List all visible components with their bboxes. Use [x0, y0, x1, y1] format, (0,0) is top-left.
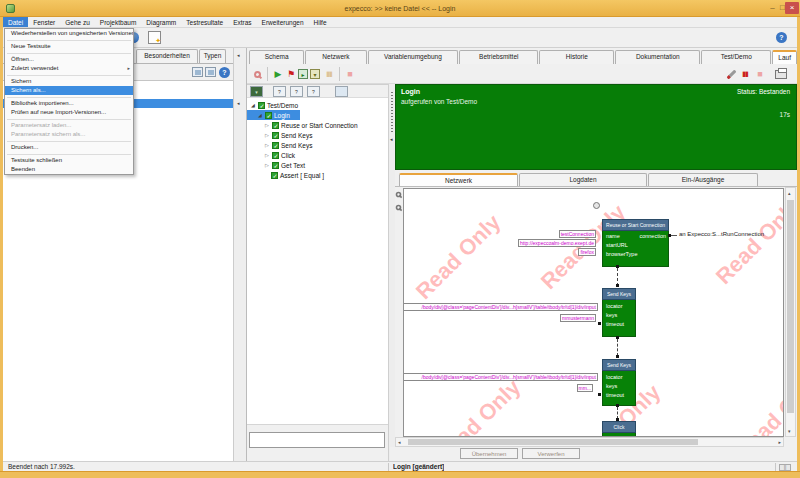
tab-betriebsmittel[interactable]: Betriebsmittel	[459, 50, 538, 64]
menu-diagramm[interactable]: Diagramm	[141, 17, 181, 27]
diagram-canvas[interactable]: Read Only Read Only Read Only Read Only …	[403, 188, 784, 437]
expander-icon[interactable]	[264, 132, 270, 138]
menu-extras[interactable]: Extras	[228, 17, 256, 27]
scroll-down-icon[interactable]: ▾	[788, 427, 791, 435]
vertical-scroll-thumb[interactable]	[787, 200, 794, 413]
help-icon[interactable]: ?	[776, 32, 787, 43]
tab-diagram-ein-ausgaenge[interactable]: Ein-/Ausgänge	[648, 173, 758, 186]
collapse-tree-icon[interactable]: ◂	[390, 136, 393, 142]
stop-run-icon[interactable]	[754, 68, 766, 80]
tab-test-demo[interactable]: Test/Demo	[701, 50, 771, 64]
menu-erweiterungen[interactable]: Erweiterungen	[257, 17, 309, 27]
checkbox-checked-icon[interactable]	[272, 122, 279, 129]
menu-item-sichern[interactable]: Sichern	[5, 77, 133, 86]
value-label-keys2[interactable]: mm...	[577, 384, 594, 392]
step-block-click[interactable]: Click	[602, 421, 636, 437]
checkbox-checked-icon[interactable]	[265, 112, 272, 119]
menu-datei[interactable]: Datei	[3, 17, 28, 27]
tab-typen[interactable]: Typen	[199, 49, 226, 63]
menu-gehe-zu[interactable]: Gehe zu	[60, 17, 95, 27]
collapse-left-icon2[interactable]: ◂	[237, 100, 240, 106]
pin-locator[interactable]: locator	[606, 303, 623, 310]
tree-row-step[interactable]: Click	[247, 150, 295, 160]
vertical-scrollbar[interactable]: ▴ ▾	[785, 187, 796, 437]
expander-icon[interactable]	[250, 102, 256, 108]
checkbox-checked-icon[interactable]	[272, 152, 279, 159]
pin-name[interactable]: name	[606, 233, 620, 240]
tree-row-step[interactable]: Send Keys	[247, 140, 312, 150]
collapse-left-icon[interactable]: ◂	[237, 52, 240, 58]
pause-run-icon[interactable]	[739, 68, 751, 80]
pin-starturl[interactable]: startURL	[606, 242, 628, 249]
zoom-in-icon[interactable]	[396, 192, 402, 198]
pin-browsertype[interactable]: browserType	[606, 251, 638, 258]
menu-item-testsuite-schliessen[interactable]: Testsuite schließen	[5, 156, 133, 165]
checkbox-checked-icon[interactable]	[271, 172, 278, 179]
menu-hilfe[interactable]: Hilfe	[309, 17, 332, 27]
checkbox-checked-icon[interactable]	[258, 102, 265, 109]
expand-level2-icon[interactable]: ?	[290, 86, 303, 97]
value-label-keys[interactable]: mmustermann	[560, 314, 596, 322]
expander-icon[interactable]	[264, 152, 270, 158]
panel-splitter[interactable]: ◂ ◂	[233, 48, 247, 461]
tab-variablenumgebung[interactable]: Variablenumgebung	[368, 50, 459, 64]
tree-filter-input[interactable]	[249, 432, 385, 448]
run-with-breakpoints-icon[interactable]	[285, 68, 297, 80]
step-into-icon[interactable]	[298, 69, 308, 79]
tab-lauf[interactable]: Lauf	[772, 50, 797, 64]
expand-level3-icon[interactable]: ?	[307, 86, 320, 97]
horizontal-scrollbar[interactable]: ◂ ▸	[395, 437, 784, 447]
menu-item-wiederherstellen[interactable]: Wiederherstellen von ungesicherten Versi…	[5, 29, 133, 38]
tab-schema[interactable]: Schema	[249, 50, 304, 64]
tab-netzwerk[interactable]: Netzwerk	[305, 50, 366, 64]
tab-besonderheiten[interactable]: Besonderheiten	[136, 49, 198, 63]
pause-icon-disabled[interactable]	[323, 68, 335, 80]
checkbox-checked-icon[interactable]	[272, 132, 279, 139]
pin-keys[interactable]: keys	[606, 312, 617, 319]
print-icon[interactable]	[775, 68, 787, 80]
titlebar[interactable]: expecco: >> keine Datei << -- Login – □ …	[0, 0, 800, 17]
step-over-icon[interactable]	[310, 69, 320, 79]
inspect-icon[interactable]	[251, 68, 263, 80]
discard-button[interactable]: Verwerfen	[522, 448, 580, 459]
checkbox-checked-icon[interactable]	[272, 142, 279, 149]
menu-item-zuletzt-verwendet[interactable]: Zuletzt verwendet ▸	[5, 64, 133, 73]
pin-timeout[interactable]: timeout	[606, 321, 624, 328]
menu-item-drucken[interactable]: Drucken...	[5, 143, 133, 152]
menu-item-sichern-als[interactable]: Sichern als...	[5, 86, 133, 95]
tab-dokumentation[interactable]: Dokumentation	[615, 50, 700, 64]
scroll-left-icon[interactable]: ◂	[398, 438, 401, 446]
apply-button[interactable]: Übernehmen	[460, 448, 518, 459]
menu-item-neue-testsuite[interactable]: Neue Testsuite	[5, 42, 133, 51]
scroll-right-icon[interactable]: ▸	[778, 438, 781, 446]
tree-row-step[interactable]: Send Keys	[247, 130, 312, 140]
menu-item-oeffnen[interactable]: Öffnen...	[5, 55, 133, 64]
value-label-locator-xpath2[interactable]: /body/div[@class='pageContentDiv']/div..…	[403, 373, 598, 381]
tree-row-step[interactable]: Assert [ Equal ]	[247, 170, 324, 180]
minimize-button[interactable]: –	[768, 2, 777, 14]
expand-level1-icon[interactable]: ?	[273, 86, 286, 97]
expander-icon[interactable]	[264, 142, 270, 148]
panel-help-icon[interactable]: ?	[219, 67, 230, 78]
tab-diagram-netzwerk[interactable]: Netzwerk	[399, 173, 518, 186]
expander-icon[interactable]	[257, 112, 263, 118]
run-icon[interactable]	[272, 68, 284, 80]
resize-grip-icon[interactable]: ||	[779, 464, 791, 471]
step-block-send-keys-1[interactable]: Send Keys locator keys timeout	[602, 288, 636, 337]
expander-icon[interactable]	[264, 122, 270, 128]
value-label-starturl[interactable]: http://expeccoalm-demo.exept.de	[518, 239, 596, 247]
pin-keys[interactable]: keys	[606, 383, 617, 390]
menu-projektbaum[interactable]: Projektbaum	[95, 17, 142, 27]
menu-item-beenden[interactable]: Beenden	[5, 165, 133, 174]
checkbox-checked-icon[interactable]	[272, 162, 279, 169]
pin-connection[interactable]: connection	[639, 233, 666, 240]
split-view-icon[interactable]	[205, 67, 216, 77]
pin-locator[interactable]: locator	[606, 374, 623, 381]
menu-item-bibliothek-importieren[interactable]: Bibliothek importieren...	[5, 99, 133, 108]
menu-fenster[interactable]: Fenster	[28, 17, 60, 27]
tree-row-step[interactable]: Reuse or Start Connection	[247, 120, 358, 130]
wand-icon[interactable]	[725, 68, 737, 80]
tree-row-step[interactable]: Get Text	[247, 160, 305, 170]
tree-row-root[interactable]: Test/Demo	[247, 100, 298, 110]
step-block-reuse-or-start-connection[interactable]: Reuse or Start Connection name startURL …	[602, 219, 669, 267]
